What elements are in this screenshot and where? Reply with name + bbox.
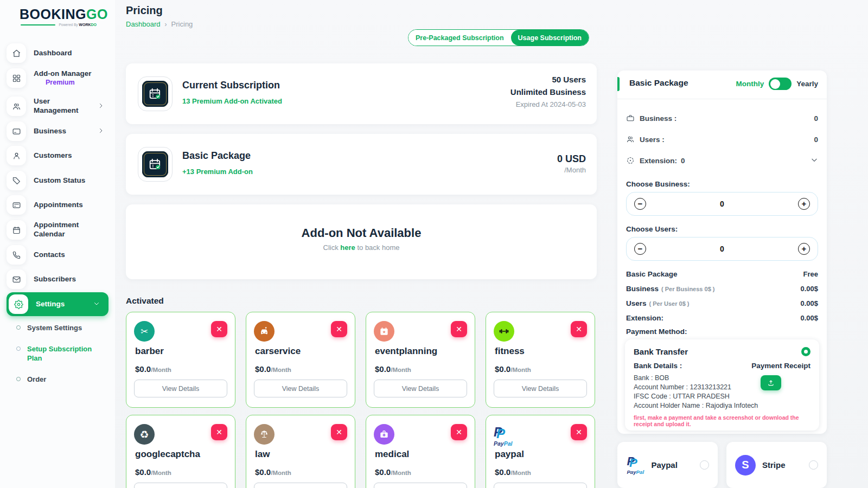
chevron-right-icon [98, 126, 104, 136]
tab-usage-subscription[interactable]: Usage Subscription [511, 30, 589, 46]
sidebar-subitem-setup-subscription-plan[interactable]: Setup Subscription Plan [16, 345, 108, 363]
sidebar-item-customers[interactable]: Customers [7, 146, 108, 165]
paypal-icon: PP PayPal [627, 455, 644, 474]
back-home-link[interactable]: here [340, 243, 355, 252]
users-stepper-value: 0 [720, 245, 724, 253]
users-count-row: Users : 0 [626, 134, 818, 145]
view-details-button[interactable]: View Details [494, 483, 587, 488]
view-details-button[interactable]: View Details [134, 483, 227, 488]
business-stepper-value: 0 [720, 200, 724, 208]
stripe-radio[interactable] [809, 460, 818, 470]
sidebar-item-appointment-calendar[interactable]: Appointment Calendar [7, 220, 108, 240]
view-details-button[interactable]: View Details [374, 380, 467, 397]
remove-addon-button[interactable]: ✕ [331, 424, 347, 440]
current-subscription-meta: 50 Users Unlimited Business Expired At 2… [510, 73, 586, 111]
sidebar-item-label: Custom Status [34, 176, 85, 185]
addon-price: $0.0 [135, 467, 151, 477]
sidebar-item-label: Dashboard [34, 49, 72, 58]
home-icon [7, 43, 26, 63]
sidebar-item-appointments[interactable]: Appointments [7, 195, 108, 215]
addon-price: $0.0 [255, 364, 271, 374]
subscription-calendar-icon [138, 76, 173, 111]
stripe-option-card[interactable]: S Stripe [726, 442, 827, 488]
bank-transfer-radio[interactable] [801, 347, 810, 356]
bank-details-label: Bank Details : [634, 362, 682, 370]
addon-name: paypal [495, 449, 524, 460]
breadcrumb: Dashboard › Pricing [126, 20, 193, 28]
payment-receipt-label: Payment Receipt [751, 362, 810, 370]
chevron-down-icon [93, 299, 100, 309]
sidebar-item-subscribers[interactable]: Subscribers [7, 269, 108, 289]
addon-price: $0.0 [495, 467, 510, 477]
minus-button[interactable]: − [634, 243, 646, 255]
plus-button[interactable]: + [798, 243, 810, 255]
account-number: Account Number : 12313213221 [634, 383, 764, 392]
view-details-button[interactable]: View Details [254, 483, 347, 488]
sidebar-item-label: Customers [34, 151, 72, 160]
briefcase-icon [626, 114, 635, 123]
page-title: Pricing [126, 4, 163, 17]
remove-addon-button[interactable]: ✕ [451, 424, 467, 440]
divider [617, 99, 827, 99]
ifsc-code: IFSC Code : UTTAR PRADESH [634, 392, 764, 401]
remove-addon-button[interactable]: ✕ [211, 424, 227, 440]
remove-addon-button[interactable]: ✕ [211, 321, 227, 337]
view-details-button[interactable]: View Details [254, 380, 347, 397]
car-service-icon [254, 321, 275, 342]
remove-addon-button[interactable]: ✕ [571, 424, 587, 440]
addon-card-barber: ✂ ✕ barber $0.0/Month View Details [126, 312, 235, 408]
addon-period: /Month [391, 470, 411, 476]
toggle-knob [770, 79, 780, 89]
remove-addon-button[interactable]: ✕ [331, 321, 347, 337]
sidebar-item-user-management[interactable]: User Management [7, 97, 108, 116]
remove-addon-button[interactable]: ✕ [451, 321, 467, 337]
chevron-down-icon [810, 156, 818, 165]
sidebar-item-label: Appointments [34, 201, 83, 210]
paypal-option-card[interactable]: PP PayPal Paypal [617, 442, 718, 488]
yearly-label: Yearly [796, 80, 818, 88]
view-details-button[interactable]: View Details [494, 380, 587, 397]
addon-card-paypal: PP PayPal ✕ paypal $0.0/Month View Detai… [486, 415, 595, 488]
brand-underline [21, 24, 55, 25]
mail-icon [7, 269, 26, 289]
sidebar-item-custom-status[interactable]: Custom Status [7, 171, 108, 190]
sidebar-subitem-label: Setup Subscription Plan [27, 345, 92, 363]
sidebar-subitem-system-settings[interactable]: System Settings [16, 324, 108, 333]
sidebar-item-dashboard[interactable]: Dashboard [7, 43, 108, 63]
sidebar-item-contacts[interactable]: Contacts [7, 245, 108, 265]
breadcrumb-current: Pricing [171, 20, 193, 28]
bullet-icon [16, 377, 21, 381]
grid-icon [7, 68, 26, 88]
remove-addon-button[interactable]: ✕ [571, 321, 587, 337]
sidebar-item-addon-manager[interactable]: Add-on ManagerPremium [7, 68, 108, 88]
person-icon [7, 146, 26, 165]
users-stepper: − 0 + [626, 237, 818, 261]
view-details-button[interactable]: View Details [374, 483, 467, 488]
billing-period-toggle[interactable] [769, 78, 792, 90]
breadcrumb-dashboard-link[interactable]: Dashboard [126, 20, 161, 28]
package-price: 0 USD [557, 153, 586, 165]
minus-button[interactable]: − [634, 198, 646, 210]
upload-icon [767, 379, 775, 387]
event-planning-icon [374, 321, 394, 342]
sidebar-item-settings[interactable]: Settings [7, 292, 108, 316]
bank-transfer-note: first, make a payment and take a screens… [634, 414, 813, 427]
view-details-button[interactable]: View Details [134, 380, 227, 397]
phone-icon [7, 245, 26, 265]
paypal-radio[interactable] [700, 460, 709, 470]
sidebar-subitem-order[interactable]: Order [16, 375, 108, 384]
sidebar-item-label: Subscribers [34, 275, 76, 284]
tag-icon [7, 171, 26, 190]
plus-button[interactable]: + [798, 198, 810, 210]
addon-price: $0.0 [495, 364, 510, 374]
summary-row-package: Basic Package Free [626, 270, 818, 280]
tab-prepackaged-subscription[interactable]: Pre-Packaged Subscription [409, 30, 511, 46]
fitness-icon [494, 321, 514, 342]
sidebar-item-business[interactable]: Business [7, 121, 108, 141]
upload-receipt-button[interactable] [761, 375, 781, 390]
extension-row[interactable]: Extension: 0 [626, 155, 818, 166]
brand-logo[interactable]: BOOKINGGO [20, 7, 108, 22]
activated-heading: Activated [126, 296, 164, 306]
addon-card-fitness: ✕ fitness $0.0/Month View Details [486, 312, 595, 408]
premium-badge: Premium [34, 79, 92, 87]
